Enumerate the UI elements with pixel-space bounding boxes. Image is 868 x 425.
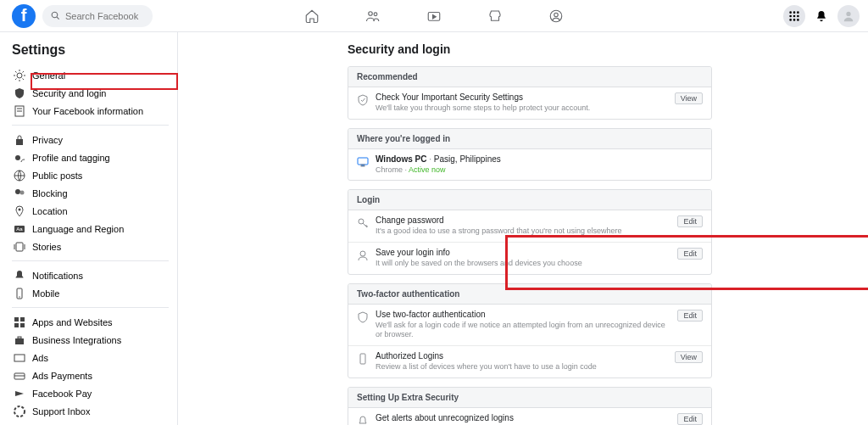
- sidebar-item-business-integrations[interactable]: Business Integrations: [12, 331, 169, 349]
- row-body: Get alerts about unrecognized loginsWe'l…: [376, 413, 670, 425]
- setting-row[interactable]: Windows PC · Pasig, PhilippinesChrome · …: [348, 149, 711, 181]
- section-setting-up-extra-security: Setting Up Extra SecurityGet alerts abou…: [348, 387, 712, 425]
- sidebar-item-label: Mobile: [32, 288, 59, 299]
- sidebar-item-label: Profile and tagging: [32, 153, 110, 163]
- row-sub: Review a list of devices where you won't…: [376, 362, 668, 372]
- page-icon: [14, 105, 25, 117]
- setting-row[interactable]: Save your login infoIt will only be save…: [348, 243, 711, 274]
- tag-icon: [14, 152, 25, 164]
- svg-rect-27: [16, 243, 23, 251]
- row-body: Windows PC · Pasig, PhilippinesChrome · …: [376, 154, 703, 176]
- svg-rect-30: [14, 317, 19, 322]
- view-button[interactable]: View: [675, 351, 703, 363]
- sidebar-item-label: Public posts: [32, 171, 82, 181]
- svg-rect-31: [20, 317, 25, 322]
- row-body: Check Your Important Security SettingsWe…: [376, 92, 668, 114]
- sidebar-item-facebook-pay[interactable]: Facebook Pay: [12, 384, 169, 402]
- edit-button[interactable]: Edit: [677, 310, 703, 322]
- row-body: Change passwordIt's a good idea to use a…: [376, 215, 670, 237]
- sidebar-item-support-inbox[interactable]: Support Inbox: [12, 402, 169, 420]
- svg-point-13: [797, 19, 799, 21]
- svg-rect-33: [20, 323, 25, 327]
- svg-rect-32: [14, 323, 19, 327]
- setting-row[interactable]: Use two-factor authenticationWe'll ask f…: [348, 305, 711, 346]
- svg-point-8: [789, 14, 792, 17]
- row-title: Check Your Important Security Settings: [376, 92, 668, 102]
- section-two-factor-authentication: Two-factor authenticationUse two-factor …: [348, 283, 712, 378]
- person-icon: [357, 249, 369, 261]
- sidebar-item-label: Language and Region: [32, 224, 124, 234]
- stories-icon: [14, 241, 25, 253]
- edit-button[interactable]: Edit: [677, 248, 703, 260]
- topbar: f: [0, 0, 868, 32]
- account-icon[interactable]: [837, 5, 860, 27]
- setting-row[interactable]: Authorized LoginsReview a list of device…: [348, 346, 711, 377]
- section-header: Where you're logged in: [348, 129, 711, 149]
- row-body: Use two-factor authenticationWe'll ask f…: [376, 310, 670, 340]
- sidebar-item-security-and-login[interactable]: Security and login: [12, 84, 169, 102]
- apps-icon: [14, 316, 25, 328]
- sidebar-item-blocking[interactable]: Blocking: [12, 184, 169, 202]
- sidebar-item-mobile[interactable]: Mobile: [12, 284, 169, 302]
- sidebar-item-privacy[interactable]: Privacy: [12, 131, 169, 148]
- svg-point-22: [15, 189, 20, 194]
- home-icon[interactable]: [304, 8, 320, 24]
- svg-point-5: [789, 11, 792, 14]
- block-icon: [14, 187, 25, 199]
- sidebar-item-ads[interactable]: Ads: [12, 349, 169, 366]
- friends-icon[interactable]: [365, 8, 381, 24]
- sidebar-item-label: Location: [32, 206, 68, 216]
- svg-point-9: [793, 14, 796, 17]
- sidebar-item-ads-payments[interactable]: Ads Payments: [12, 366, 169, 384]
- sidebar-item-apps-and-websites[interactable]: Apps and Websites: [12, 313, 169, 331]
- menu-icon[interactable]: [783, 5, 805, 27]
- svg-rect-45: [360, 354, 365, 364]
- ad-icon: [14, 352, 25, 364]
- sidebar-item-stories[interactable]: Stories: [12, 238, 169, 255]
- search-input[interactable]: [65, 11, 142, 21]
- bell-icon: [14, 270, 25, 282]
- sidebar-item-your-facebook-information[interactable]: Your Facebook information: [12, 102, 169, 120]
- logo[interactable]: f: [12, 4, 36, 28]
- setting-row[interactable]: Get alerts about unrecognized loginsWe'l…: [348, 408, 711, 425]
- sidebar-item-notifications[interactable]: Notifications: [12, 266, 169, 284]
- section-header: Login: [348, 190, 711, 210]
- svg-point-1: [374, 12, 377, 15]
- edit-button[interactable]: Edit: [677, 215, 703, 227]
- svg-point-10: [797, 14, 799, 17]
- sidebar-item-videos[interactable]: Videos: [12, 420, 169, 425]
- sidebar-item-general[interactable]: General: [12, 66, 169, 84]
- sidebar-item-location[interactable]: Location: [12, 202, 169, 220]
- sidebar: Settings GeneralSecurity and loginYour F…: [0, 32, 178, 425]
- row-body: Save your login infoIt will only be save…: [376, 248, 670, 269]
- section-where-you-re-logged-in: Where you're logged inWindows PC · Pasig…: [348, 128, 712, 182]
- section-login: LoginChange passwordIt's a good idea to …: [348, 189, 712, 274]
- search-input-wrap[interactable]: [42, 5, 153, 27]
- sidebar-item-language-and-region[interactable]: AaLanguage and Region: [12, 220, 169, 238]
- lang-icon: Aa: [14, 223, 25, 235]
- sidebar-item-public-posts[interactable]: Public posts: [12, 166, 169, 184]
- main: Security and login RecommendedCheck Your…: [178, 32, 868, 425]
- globe-icon: [14, 170, 25, 182]
- card-icon: [14, 370, 25, 382]
- section-recommended: RecommendedCheck Your Important Security…: [348, 66, 712, 120]
- setting-row[interactable]: Check Your Important Security SettingsWe…: [348, 87, 711, 119]
- watch-icon[interactable]: [426, 8, 442, 24]
- svg-point-39: [14, 406, 25, 417]
- check-shield-icon: [357, 94, 369, 106]
- svg-point-11: [789, 19, 792, 21]
- edit-button[interactable]: Edit: [677, 413, 703, 425]
- marketplace-icon[interactable]: [487, 8, 503, 24]
- key-icon: [357, 217, 369, 229]
- notifications-icon[interactable]: [810, 5, 832, 27]
- sidebar-item-profile-and-tagging[interactable]: Profile and tagging: [12, 148, 169, 166]
- row-title: Change password: [376, 215, 670, 225]
- view-button[interactable]: View: [675, 92, 703, 104]
- row-body: Authorized LoginsReview a list of device…: [376, 351, 668, 372]
- svg-rect-19: [16, 139, 23, 145]
- setting-row[interactable]: Change passwordIt's a good idea to use a…: [348, 210, 711, 243]
- svg-rect-34: [15, 338, 24, 344]
- groups-icon[interactable]: [548, 8, 564, 24]
- section-header: Recommended: [348, 67, 711, 87]
- svg-point-6: [793, 11, 796, 14]
